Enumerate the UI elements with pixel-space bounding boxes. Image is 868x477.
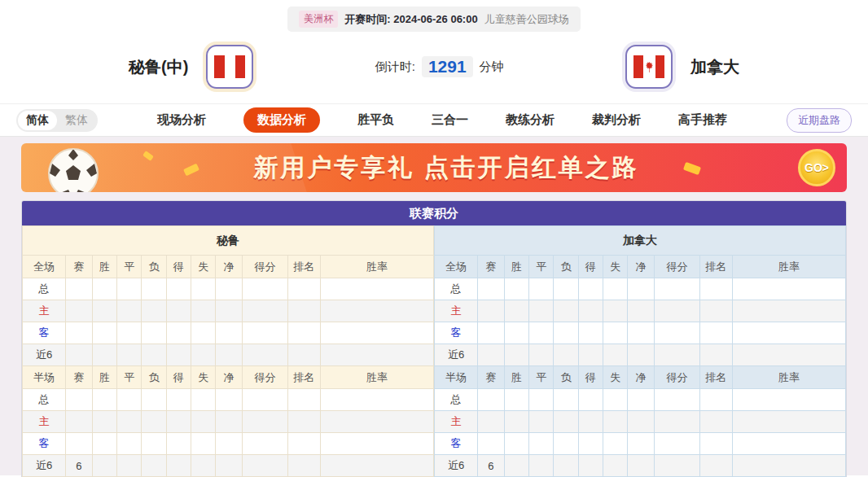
stat-cell bbox=[529, 322, 554, 344]
go-circle-icon[interactable]: GO> bbox=[798, 149, 835, 186]
stat-cell bbox=[733, 344, 846, 366]
stat-cell bbox=[321, 455, 434, 477]
stat-cell bbox=[142, 389, 166, 411]
stat-col-header: 胜率 bbox=[733, 256, 846, 278]
stat-cell bbox=[321, 278, 434, 300]
section-header: 全场 bbox=[23, 256, 66, 278]
row-label: 主 bbox=[23, 300, 66, 322]
stat-col-header: 得分 bbox=[243, 366, 288, 389]
stat-cell bbox=[699, 300, 732, 322]
table-row: 主 bbox=[435, 411, 846, 433]
league-badge: 美洲杯 bbox=[299, 11, 338, 28]
stat-cell bbox=[504, 344, 528, 366]
stat-col-header: 失 bbox=[603, 256, 628, 278]
stat-col-header: 负 bbox=[142, 256, 166, 278]
row-label: 主 bbox=[435, 411, 478, 433]
stat-cell bbox=[578, 433, 603, 455]
stat-cell bbox=[287, 278, 320, 300]
stat-cell bbox=[554, 300, 578, 322]
stat-cell bbox=[92, 389, 116, 411]
stat-cell bbox=[117, 455, 142, 477]
stat-cell bbox=[578, 300, 603, 322]
nav-tab-1[interactable]: 数据分析 bbox=[243, 107, 320, 133]
confetti-icon bbox=[142, 151, 154, 161]
stat-cell bbox=[529, 455, 554, 477]
table-row: 近6 bbox=[23, 344, 434, 366]
stat-col-header: 负 bbox=[142, 366, 166, 389]
nav-tab-0[interactable]: 现场分析 bbox=[157, 112, 206, 128]
stat-cell bbox=[628, 411, 655, 433]
stat-cell bbox=[554, 278, 578, 300]
nav-tab-6[interactable]: 高手推荐 bbox=[678, 112, 727, 128]
stat-cell bbox=[166, 344, 191, 366]
stat-cell bbox=[321, 344, 434, 366]
stat-cell bbox=[655, 455, 700, 477]
row-label: 近6 bbox=[23, 344, 66, 366]
stat-cell bbox=[66, 389, 93, 411]
nav-tab-2[interactable]: 胜平负 bbox=[357, 112, 394, 128]
stat-cell bbox=[243, 433, 288, 455]
stat-cell bbox=[504, 389, 528, 411]
stat-cell bbox=[655, 300, 700, 322]
stat-col-header: 得分 bbox=[655, 256, 700, 278]
confetti-icon bbox=[183, 164, 199, 177]
stat-cell bbox=[142, 344, 166, 366]
stat-cell bbox=[478, 278, 505, 300]
stat-cell bbox=[216, 411, 243, 433]
table-row: 总 bbox=[23, 389, 434, 411]
stat-cell bbox=[554, 455, 578, 477]
stat-cell bbox=[628, 433, 655, 455]
section-header: 半场 bbox=[23, 366, 66, 389]
lang-traditional[interactable]: 繁体 bbox=[57, 111, 96, 130]
stat-cell bbox=[92, 322, 116, 344]
stat-cell bbox=[117, 300, 142, 322]
stat-col-header: 负 bbox=[554, 366, 578, 389]
stat-col-header: 失 bbox=[603, 366, 628, 389]
stat-cell bbox=[92, 278, 116, 300]
stat-cell bbox=[578, 455, 603, 477]
table-row: 近6 bbox=[435, 344, 846, 366]
stat-col-header: 赛 bbox=[66, 256, 93, 278]
teams-row: 秘鲁(中) 倒计时: 1291 分钟 bbox=[0, 32, 868, 103]
stat-cell bbox=[166, 455, 191, 477]
stat-cell bbox=[603, 322, 628, 344]
stat-cell bbox=[66, 411, 93, 433]
stat-col-header: 得 bbox=[166, 366, 191, 389]
stat-cell bbox=[699, 278, 732, 300]
promo-banner[interactable]: 新用户专享礼 点击开启红单之路 GO> bbox=[21, 143, 847, 192]
stat-col-header: 赛 bbox=[478, 366, 505, 389]
stat-cell bbox=[529, 433, 554, 455]
stat-cell bbox=[166, 278, 191, 300]
stat-cell bbox=[655, 322, 700, 344]
recent-odds-button[interactable]: 近期盘路 bbox=[787, 108, 852, 133]
stat-cell bbox=[117, 322, 142, 344]
stat-cell bbox=[287, 300, 320, 322]
countdown-label: 倒计时: bbox=[375, 59, 415, 75]
stat-cell bbox=[529, 278, 554, 300]
stat-cell bbox=[142, 411, 166, 433]
stat-cell bbox=[166, 433, 191, 455]
stat-cell bbox=[287, 433, 320, 455]
peru-flag-icon bbox=[214, 55, 245, 78]
nav-tab-4[interactable]: 教练分析 bbox=[506, 112, 555, 128]
lang-simplified[interactable]: 简体 bbox=[18, 111, 57, 130]
stat-cell bbox=[733, 433, 846, 455]
nav-tab-5[interactable]: 裁判分析 bbox=[592, 112, 641, 128]
stat-cell bbox=[529, 344, 554, 366]
stat-cell bbox=[191, 344, 216, 366]
stat-cell bbox=[478, 433, 505, 455]
stat-col-header: 净 bbox=[216, 366, 243, 389]
stat-col-header: 胜 bbox=[92, 256, 116, 278]
stat-cell bbox=[243, 455, 288, 477]
stat-cell bbox=[628, 278, 655, 300]
nav-tab-3[interactable]: 三合一 bbox=[432, 112, 468, 128]
stat-cell bbox=[554, 411, 578, 433]
stat-cell bbox=[478, 344, 505, 366]
home-flag-box bbox=[206, 45, 253, 89]
stat-cell bbox=[117, 278, 142, 300]
stat-cell bbox=[578, 411, 603, 433]
venue-label: 儿童慈善公园球场 bbox=[484, 12, 569, 27]
row-label: 总 bbox=[435, 278, 478, 300]
stat-cell bbox=[603, 411, 628, 433]
language-toggle: 简体 繁体 bbox=[16, 109, 98, 132]
